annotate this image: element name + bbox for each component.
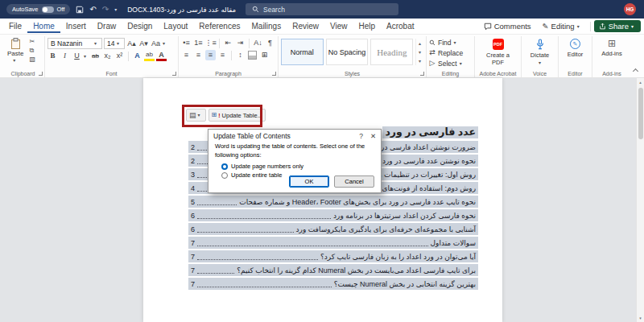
dialog-close-icon[interactable]: ✕ bbox=[370, 132, 376, 140]
text-effects-button[interactable]: A bbox=[132, 51, 142, 61]
create-pdf-button[interactable]: PDF Create a PDF bbox=[477, 37, 518, 66]
cancel-button[interactable]: Cancel bbox=[334, 175, 374, 188]
decrease-indent-button[interactable]: ⇤ bbox=[223, 38, 233, 48]
autosave-toggle[interactable]: AutoSave Off bbox=[6, 4, 70, 14]
dot-leader bbox=[197, 232, 294, 233]
style-no-spacing[interactable]: No Spacing bbox=[326, 39, 369, 65]
tab-layout[interactable]: Layout bbox=[158, 19, 193, 33]
radio-update-page-numbers[interactable]: Update page numbers only bbox=[221, 163, 381, 170]
strikethrough-button[interactable]: ab bbox=[90, 51, 101, 61]
shrink-font-button[interactable]: A▾ bbox=[138, 39, 149, 49]
format-painter-icon[interactable]: ▧ bbox=[29, 56, 35, 63]
align-left-button[interactable]: ≡ bbox=[181, 50, 192, 60]
tab-view[interactable]: View bbox=[324, 19, 353, 33]
ok-button[interactable]: OK bbox=[289, 175, 329, 188]
align-center-button[interactable]: ≡ bbox=[193, 50, 204, 60]
replace-icon: ⇄ bbox=[429, 47, 436, 58]
cut-icon[interactable]: ✂ bbox=[29, 39, 35, 45]
scroll-down-icon[interactable]: ▾ bbox=[637, 314, 644, 322]
font-dialog-launcher-icon[interactable] bbox=[172, 72, 176, 76]
line-spacing-button[interactable]: ↕ bbox=[235, 50, 246, 60]
toc-entry[interactable]: سوالات متداول7 bbox=[188, 237, 478, 249]
styles-more-icon[interactable]: ▾ bbox=[419, 58, 421, 64]
paste-button[interactable]: Paste ▾ bbox=[4, 37, 27, 64]
style-heading[interactable]: Heading bbox=[370, 39, 413, 65]
dictate-button[interactable]: Dictate ▾ bbox=[524, 37, 555, 65]
vertical-scrollbar[interactable]: ▴ ▾ bbox=[636, 78, 644, 322]
grow-font-button[interactable]: A▴ bbox=[126, 39, 137, 49]
tab-references[interactable]: References bbox=[193, 19, 246, 33]
editing-group: Find ▾ ⇄ Replace ▷ Select ▾ Editing bbox=[427, 36, 475, 77]
shading-button[interactable] bbox=[247, 50, 258, 60]
subscript-button[interactable]: x₂ bbox=[102, 51, 113, 61]
find-button[interactable]: Find ▾ bbox=[429, 37, 472, 47]
avatar[interactable]: HG bbox=[624, 3, 636, 15]
align-right-button[interactable]: ≡ bbox=[205, 50, 216, 60]
dialog-help-icon[interactable]: ? bbox=[359, 132, 363, 140]
toc-entry[interactable]: برای تایپ فارسی اعداد می‌بایست در بخش Nu… bbox=[188, 264, 478, 276]
tab-draw[interactable]: Draw bbox=[92, 19, 122, 33]
addins-button[interactable]: ⊞ Add-ins bbox=[595, 37, 629, 57]
toc-entry[interactable]: آیا می‌توان در ورد اعداد را به زبان فارس… bbox=[188, 250, 478, 262]
dialog-title-bar[interactable]: Update Table of Contents ? ✕ bbox=[208, 130, 381, 142]
superscript-button[interactable]: x² bbox=[114, 51, 125, 61]
tab-design[interactable]: Design bbox=[122, 19, 158, 33]
update-table-button[interactable]: ⊞ ! Update Table... bbox=[208, 109, 266, 122]
editing-mode-button[interactable]: ✎ Editing ▾ bbox=[538, 20, 587, 32]
toc-entry[interactable]: بهترین گزینه انتخابی در بخش Numeral چیست… bbox=[188, 278, 478, 290]
tab-insert[interactable]: Insert bbox=[60, 19, 92, 33]
word-window: AutoSave Off ↶ ↷ ▾ مقاله عدد فارسی در ور… bbox=[0, 0, 644, 322]
undo-button[interactable]: ↶ bbox=[89, 6, 96, 14]
font-size-combo[interactable]: 14 ▾ bbox=[104, 38, 125, 49]
toc-menu-button[interactable]: ▤ ▾ bbox=[186, 109, 206, 122]
show-paragraph-marks-button[interactable]: ¶ bbox=[265, 38, 275, 48]
change-case-button[interactable]: Aa bbox=[151, 39, 161, 49]
qat-customize-icon[interactable]: ▾ bbox=[114, 7, 119, 12]
sort-button[interactable]: A↓ bbox=[253, 38, 263, 48]
tab-acrobat[interactable]: Acrobat bbox=[381, 19, 419, 33]
borders-button[interactable]: ⊞ bbox=[259, 50, 270, 60]
share-button[interactable]: Share ▾ bbox=[594, 20, 641, 32]
replace-button[interactable]: ⇄ Replace bbox=[429, 47, 472, 58]
alert-icon: ! bbox=[218, 113, 220, 118]
highlight-color-button[interactable]: ab bbox=[144, 51, 155, 61]
font-color-button[interactable]: A bbox=[156, 51, 167, 61]
tab-review[interactable]: Review bbox=[287, 19, 324, 33]
chevron-down-icon: ▾ bbox=[460, 61, 464, 66]
paragraph-dialog-launcher-icon[interactable] bbox=[272, 72, 276, 76]
styles-dialog-launcher-icon[interactable] bbox=[420, 72, 424, 76]
styles-scroll-up-icon[interactable]: ▴ bbox=[419, 40, 421, 46]
document-page[interactable]: ▤ ▾ ⊞ ! Update Table... عدد فارسی در ورد… bbox=[143, 78, 502, 322]
justify-button[interactable]: ≡ bbox=[217, 50, 228, 60]
save-icon[interactable] bbox=[76, 6, 84, 14]
collapse-ribbon-icon[interactable] bbox=[632, 68, 638, 74]
redo-button[interactable]: ↷ bbox=[102, 6, 109, 14]
clipboard-dialog-launcher-icon[interactable] bbox=[39, 72, 43, 76]
search-box[interactable]: Search bbox=[246, 3, 398, 15]
toc-entry[interactable]: نحوه فارسی کردن اعداد سرتیترها در برنامه… bbox=[188, 209, 478, 221]
italic-button[interactable]: I bbox=[60, 51, 70, 61]
underline-button[interactable]: U bbox=[72, 51, 82, 61]
tab-mailings[interactable]: Mailings bbox=[246, 19, 287, 33]
copy-icon[interactable]: ⧉ bbox=[29, 47, 35, 54]
editor-button[interactable]: ✎ Editor bbox=[561, 37, 589, 58]
tab-home[interactable]: Home bbox=[27, 19, 60, 33]
toc-entry[interactable]: نحوه تایپ عدد فارسی در ورد برای بخش‌های … bbox=[188, 196, 478, 208]
style-normal[interactable]: Normal bbox=[281, 39, 324, 65]
numbering-button[interactable]: 1≡ bbox=[193, 38, 204, 48]
styles-scroll-down-icon[interactable]: ▾ bbox=[419, 49, 421, 55]
comments-button[interactable]: Comments bbox=[479, 20, 536, 32]
bullets-button[interactable]: •≡ bbox=[181, 38, 192, 48]
tab-help[interactable]: Help bbox=[353, 19, 381, 33]
select-button[interactable]: ▷ Select ▾ bbox=[429, 58, 472, 68]
bold-button[interactable]: B bbox=[47, 51, 58, 61]
scroll-up-icon[interactable]: ▴ bbox=[637, 78, 644, 86]
toc-entry[interactable]: آشنایی با مجموعه‌ای حرفه‌ای برای یادگیری… bbox=[188, 223, 478, 235]
scrollbar-thumb[interactable] bbox=[638, 88, 643, 139]
tab-file[interactable]: File bbox=[3, 19, 27, 33]
font-name-combo[interactable]: B Nazanin ▾ bbox=[47, 38, 102, 49]
multilevel-list-button[interactable]: ⋮≡ bbox=[205, 38, 216, 48]
increase-indent-button[interactable]: ⇥ bbox=[235, 38, 246, 48]
font-group: B Nazanin ▾ 14 ▾ A▴ A▾ Aa ▾ B I U ▾ ab x… bbox=[45, 36, 179, 77]
chevron-down-icon: ▾ bbox=[198, 113, 203, 118]
